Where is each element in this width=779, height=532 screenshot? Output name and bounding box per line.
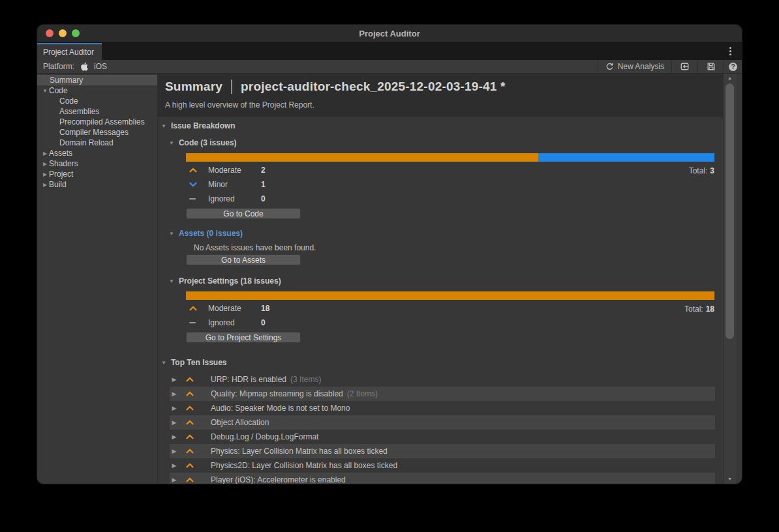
summary-header: Summary project-auditor-check_2025-12-02… bbox=[158, 74, 723, 117]
title-divider bbox=[231, 80, 232, 94]
issue-row[interactable]: ▶ Quality: Mipmap streaming is disabled … bbox=[170, 387, 715, 401]
help-icon: ? bbox=[729, 63, 737, 71]
moderate-icon bbox=[189, 306, 199, 311]
moderate-icon bbox=[186, 377, 196, 382]
window-title: Project Auditor bbox=[37, 29, 742, 38]
page-title: Summary bbox=[165, 80, 222, 94]
chevron-right-icon[interactable]: ▶ bbox=[170, 462, 179, 469]
severity-row-moderate: Moderate 2 bbox=[189, 163, 719, 177]
assets-section-foldout[interactable]: ▼ Assets (0 issues) bbox=[169, 229, 719, 238]
issue-breakdown-foldout[interactable]: ▼ Issue Breakdown bbox=[161, 121, 719, 130]
project-settings-total: Total:18 bbox=[684, 304, 714, 314]
ignored-icon bbox=[189, 322, 199, 323]
tab-bar: Project Auditor bbox=[37, 42, 742, 60]
traffic-lights bbox=[46, 29, 80, 37]
chevron-right-icon[interactable]: ▶ bbox=[41, 171, 49, 177]
issue-row[interactable]: ▶ Physics2D: Layer Collision Matrix has … bbox=[170, 458, 715, 473]
moderate-icon bbox=[189, 168, 199, 173]
go-to-code-button[interactable]: Go to Code bbox=[186, 208, 301, 219]
help-button[interactable]: ? bbox=[724, 60, 742, 73]
top-ten-section: ▼ Top Ten Issues ▶ URP: HDR is enabled (… bbox=[161, 358, 719, 484]
chevron-right-icon[interactable]: ▶ bbox=[41, 151, 49, 156]
item-count-badge: (3 Items) bbox=[290, 375, 321, 384]
severity-row-moderate: Moderate 18 bbox=[189, 301, 719, 316]
moderate-icon bbox=[186, 477, 196, 482]
sidebar-item-shaders[interactable]: ▶ Shaders bbox=[37, 158, 157, 169]
sidebar-item-build[interactable]: ▶ Build bbox=[37, 179, 157, 190]
sidebar-item-project[interactable]: ▶ Project bbox=[37, 169, 157, 179]
zoom-window-button[interactable] bbox=[72, 29, 80, 37]
issue-row[interactable]: ▶ Debug.Log / Debug.LogFormat bbox=[170, 430, 715, 444]
chevron-right-icon[interactable]: ▶ bbox=[170, 391, 179, 397]
scrollbar-thumb[interactable] bbox=[726, 83, 734, 339]
project-settings-section: ▼ Project Settings (18 issues) Total:18 bbox=[169, 276, 719, 343]
sidebar-tree: Summary ▼ Code Code Assemblies Precompil… bbox=[37, 74, 157, 484]
import-icon bbox=[680, 62, 690, 71]
minor-bar-segment bbox=[538, 153, 714, 162]
chevron-right-icon[interactable]: ▶ bbox=[170, 376, 179, 383]
chevron-right-icon[interactable]: ▶ bbox=[41, 161, 49, 167]
top-ten-foldout[interactable]: ▼ Top Ten Issues bbox=[161, 358, 719, 367]
minor-icon bbox=[189, 182, 199, 187]
summary-body: ▼ Issue Breakdown ▼ Code (3 issues) bbox=[158, 117, 723, 484]
chevron-down-icon: ▼ bbox=[169, 278, 174, 284]
save-report-button[interactable] bbox=[697, 60, 724, 73]
assets-section: ▼ Assets (0 issues) No Assets issues hav… bbox=[169, 229, 719, 265]
moderate-icon bbox=[186, 434, 196, 439]
platform-value: iOS bbox=[94, 62, 107, 71]
code-section-foldout[interactable]: ▼ Code (3 issues) bbox=[169, 138, 719, 147]
new-analysis-button[interactable]: New Analysis bbox=[598, 60, 671, 73]
chevron-right-icon[interactable]: ▶ bbox=[170, 419, 179, 426]
scroll-up-icon[interactable]: ▲ bbox=[724, 74, 736, 83]
issue-row[interactable]: ▶ Object Allocation bbox=[170, 415, 715, 430]
code-severity-block: Total:3 Moderate 2 bbox=[169, 163, 719, 206]
apple-icon bbox=[80, 62, 88, 71]
chevron-right-icon[interactable]: ▶ bbox=[170, 434, 179, 440]
sidebar-item-compiler-messages[interactable]: Compiler Messages bbox=[37, 127, 157, 138]
code-section: ▼ Code (3 issues) Total:3 bbox=[169, 138, 719, 219]
moderate-icon bbox=[186, 406, 196, 411]
sidebar-item-assets[interactable]: ▶ Assets bbox=[37, 148, 157, 158]
main-panel: Summary project-auditor-check_2025-12-02… bbox=[157, 74, 723, 484]
issue-row[interactable]: ▶ Audio: Speaker Mode is not set to Mono bbox=[170, 401, 715, 415]
chevron-right-icon[interactable]: ▶ bbox=[41, 182, 49, 188]
platform-selector[interactable]: Platform: iOS bbox=[37, 60, 107, 73]
sidebar-item-precompiled-assemblies[interactable]: Precompiled Assemblies bbox=[37, 117, 157, 127]
moderate-icon bbox=[186, 391, 196, 396]
top-ten-list: ▶ URP: HDR is enabled (3 Items) ▶ Qualit… bbox=[161, 372, 719, 484]
content-area: Summary ▼ Code Code Assemblies Precompil… bbox=[37, 74, 742, 484]
severity-row-minor: Minor 1 bbox=[189, 177, 719, 192]
issue-row[interactable]: ▶ Physics: Layer Collision Matrix has al… bbox=[170, 444, 715, 458]
project-settings-issues-bar bbox=[186, 291, 714, 300]
sidebar-item-domain-reload[interactable]: Domain Reload bbox=[37, 138, 157, 148]
chevron-down-icon: ▼ bbox=[169, 231, 174, 237]
sidebar-item-code[interactable]: Code bbox=[37, 96, 157, 106]
minimize-window-button[interactable] bbox=[59, 29, 67, 37]
sidebar-item-summary[interactable]: Summary bbox=[37, 75, 157, 85]
scroll-down-icon[interactable]: ▼ bbox=[724, 475, 736, 484]
moderate-bar-segment bbox=[186, 153, 538, 162]
refresh-icon bbox=[605, 63, 614, 71]
kebab-menu-icon[interactable] bbox=[725, 46, 735, 56]
load-report-button[interactable] bbox=[671, 60, 697, 73]
chevron-right-icon[interactable]: ▶ bbox=[170, 405, 179, 411]
go-to-assets-button[interactable]: Go to Assets bbox=[186, 254, 301, 265]
sidebar-item-code-group[interactable]: ▼ Code bbox=[37, 85, 157, 96]
tab-label: Project Auditor bbox=[43, 48, 94, 57]
chevron-right-icon[interactable]: ▶ bbox=[170, 477, 179, 483]
chevron-right-icon[interactable]: ▶ bbox=[170, 448, 179, 454]
issue-row[interactable]: ▶ URP: HDR is enabled (3 Items) bbox=[170, 372, 715, 387]
moderate-icon bbox=[186, 420, 196, 425]
close-window-button[interactable] bbox=[46, 29, 53, 37]
tab-project-auditor[interactable]: Project Auditor bbox=[37, 43, 102, 60]
go-to-project-settings-button[interactable]: Go to Project Settings bbox=[186, 332, 301, 343]
assets-empty-message: No Assets issues have been found. bbox=[194, 243, 719, 252]
severity-row-ignored: Ignored 0 bbox=[189, 316, 719, 330]
moderate-icon bbox=[186, 463, 196, 468]
issue-row[interactable]: ▶ Player (iOS): Accelerometer is enabled bbox=[170, 473, 715, 484]
sidebar-item-assemblies[interactable]: Assemblies bbox=[37, 106, 157, 117]
chevron-down-icon[interactable]: ▼ bbox=[41, 88, 49, 94]
project-settings-foldout[interactable]: ▼ Project Settings (18 issues) bbox=[169, 276, 719, 286]
vertical-scrollbar[interactable]: ▲ ▼ bbox=[723, 74, 736, 484]
toolbar: Platform: iOS New Analysis bbox=[37, 60, 742, 74]
